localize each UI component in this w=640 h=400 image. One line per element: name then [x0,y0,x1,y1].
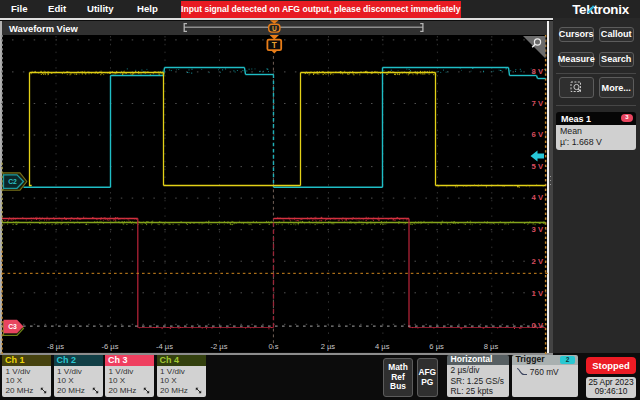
svg-text:C2: C2 [8,178,17,185]
svg-text:T: T [272,41,277,50]
svg-text:4 µs: 4 µs [375,342,390,351]
svg-text:7 V: 7 V [532,99,544,108]
svg-text:2 µs: 2 µs [321,342,336,351]
svg-text:8 µs: 8 µs [484,342,499,351]
svg-text:1 V: 1 V [532,289,544,298]
svg-text:C3: C3 [8,323,17,330]
svg-text:2 V: 2 V [532,257,544,266]
svg-text:6 V: 6 V [532,130,544,139]
svg-text:4 V: 4 V [532,193,544,202]
svg-text:-6 µs: -6 µs [101,342,118,351]
svg-text:6 µs: 6 µs [429,342,444,351]
svg-text:-4 µs: -4 µs [156,342,173,351]
svg-text:-8 µs: -8 µs [47,342,64,351]
svg-text:8 V: 8 V [532,67,544,76]
svg-text:0 V: 0 V [532,321,544,330]
svg-text:3 V: 3 V [532,225,544,234]
svg-text:-2 µs: -2 µs [210,342,227,351]
svg-text:U: U [272,25,277,32]
svg-text:5 V: 5 V [532,162,544,171]
svg-text:0 s: 0 s [268,342,278,351]
